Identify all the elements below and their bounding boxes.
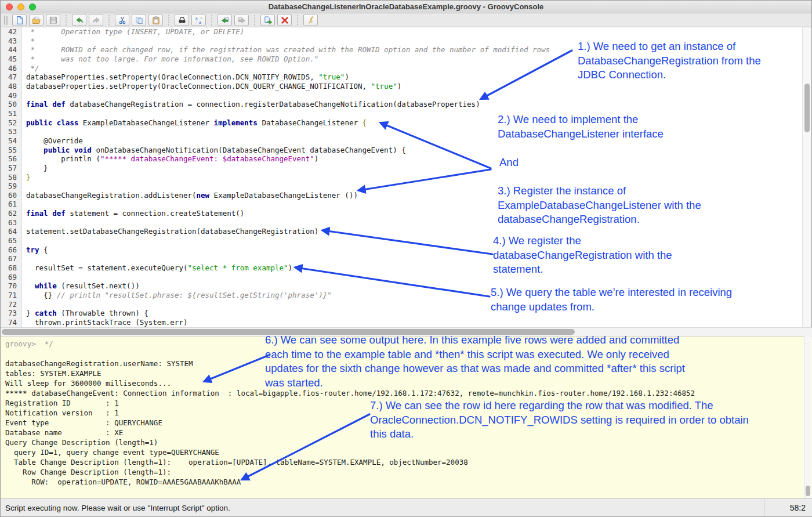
toolbar: ba: [1, 13, 811, 27]
code-line[interactable]: 50final def databaseChangeRegistration =…: [1, 100, 802, 109]
code-line[interactable]: 67: [1, 254, 802, 263]
line-number: 59: [1, 182, 21, 191]
find-button[interactable]: [175, 14, 189, 26]
annotation-note-5: 5.) We query the table we’re interested …: [491, 285, 732, 314]
line-number: 70: [1, 281, 21, 291]
redo-button[interactable]: [89, 14, 103, 26]
code-text: final def databaseChangeRegistration = c…: [21, 100, 480, 109]
line-number: 60: [1, 191, 21, 200]
code-line[interactable]: 74 thrown.printStackTrace (System.err): [1, 318, 802, 327]
code-text: * Operation type (INSERT, UPDATE, or DEL…: [21, 27, 244, 37]
output-vertical-scrollbar[interactable]: [804, 336, 811, 498]
code-line[interactable]: 68 resultSet = statement.executeQuery("s…: [1, 263, 802, 273]
code-line[interactable]: 57 }: [1, 164, 802, 173]
toolbar-separator: [66, 15, 67, 26]
line-number: 56: [1, 154, 21, 164]
line-number: 54: [1, 136, 21, 146]
toolbar-separator: [211, 15, 212, 26]
editor-vertical-scrollbar-thumb[interactable]: [804, 84, 810, 132]
redo-icon: [92, 16, 101, 25]
code-text: [21, 200, 26, 209]
history-next-icon: [237, 16, 246, 25]
interrupt-script-button[interactable]: [277, 14, 292, 26]
editor-vertical-scrollbar[interactable]: [802, 27, 811, 327]
execute-script-button[interactable]: [260, 14, 275, 26]
code-line[interactable]: 48databaseProperties.setProperty(OracleC…: [1, 82, 802, 91]
toolbar-drag-handle[interactable]: [4, 16, 8, 25]
code-text: databaseProperties.setProperty(OracleCon…: [21, 82, 401, 91]
line-number: 49: [1, 91, 21, 100]
code-text: databaseProperties.setProperty(OracleCon…: [21, 73, 349, 82]
line-number: 73: [1, 309, 21, 318]
replace-button[interactable]: ba: [191, 14, 206, 26]
code-line[interactable]: 42 * Operation type (INSERT, UPDATE, or …: [1, 27, 802, 37]
code-text: thrown.printStackTrace (System.err): [21, 318, 187, 327]
annotation-note-3: 3.) Register the instance of ExampleData…: [498, 184, 701, 227]
code-line[interactable]: 49: [1, 91, 802, 100]
groovy-console-window: DatabaseChangeListenerInOracleDatabaseEx…: [0, 0, 812, 517]
code-text: [21, 127, 26, 136]
save-file-icon: [49, 16, 58, 25]
code-line[interactable]: 51: [1, 109, 802, 118]
code-text: * was not too large. For more informatio…: [21, 55, 318, 64]
line-number: 52: [1, 118, 21, 128]
line-number: 61: [1, 200, 21, 209]
code-line[interactable]: 52public class ExampleDatabaseChangeList…: [1, 118, 802, 128]
code-text: statement.setDatabaseChangeRegistration(…: [21, 227, 318, 236]
line-number: 74: [1, 318, 21, 327]
code-line[interactable]: 56 println ("***** databaseChangeEvent: …: [1, 154, 802, 164]
output-vertical-scrollbar-thumb[interactable]: [806, 486, 810, 496]
line-number: 51: [1, 109, 21, 118]
annotation-note-2: 2.) We need to implement the DatabaseCha…: [498, 113, 664, 141]
copy-button[interactable]: [132, 14, 146, 26]
line-number: 57: [1, 164, 21, 173]
line-number: 55: [1, 146, 21, 155]
history-next-button[interactable]: [234, 14, 249, 26]
svg-text:a: a: [199, 19, 201, 24]
code-text: }: [21, 173, 31, 182]
line-number: 67: [1, 254, 21, 263]
new-file-icon: [15, 16, 24, 25]
code-text: *: [21, 37, 35, 46]
clear-output-icon: [306, 16, 316, 25]
code-line[interactable]: 66try {: [1, 245, 802, 255]
line-number: 42: [1, 27, 21, 37]
caret-position: 58:2: [764, 499, 812, 516]
code-text: */: [21, 64, 39, 73]
code-line[interactable]: 54 @Override: [1, 136, 802, 146]
undo-icon: [75, 16, 84, 25]
code-line[interactable]: 58}: [1, 173, 802, 182]
code-line[interactable]: 69: [1, 273, 802, 282]
line-number: 46: [1, 64, 21, 73]
code-line[interactable]: 53: [1, 127, 802, 136]
history-previous-button[interactable]: [217, 14, 232, 26]
window-title: DatabaseChangeListenerInOracleDatabaseEx…: [1, 2, 811, 11]
copy-icon: [135, 16, 144, 25]
code-line[interactable]: 65: [1, 236, 802, 245]
line-number: 44: [1, 45, 21, 55]
cut-button[interactable]: [115, 14, 129, 26]
line-number: 45: [1, 55, 21, 64]
save-file-button[interactable]: [46, 14, 60, 26]
new-file-button[interactable]: [12, 14, 27, 26]
undo-button[interactable]: [72, 14, 86, 26]
code-text: [21, 254, 26, 263]
open-file-icon: [32, 16, 41, 25]
code-text: [21, 218, 26, 227]
clear-output-button[interactable]: [303, 14, 318, 26]
toolbar-separator: [254, 15, 255, 26]
code-line[interactable]: 55 public void onDatabaseChangeNotificat…: [1, 146, 802, 155]
code-text: resultSet = statement.executeQuery("sele…: [21, 263, 292, 273]
svg-text:b: b: [195, 16, 198, 21]
paste-button[interactable]: [148, 14, 163, 26]
toolbar-separator: [168, 15, 169, 26]
code-line[interactable]: 64statement.setDatabaseChangeRegistratio…: [1, 227, 802, 236]
status-message: Script executing now. Please wait or use…: [1, 504, 230, 512]
line-number: 53: [1, 127, 21, 136]
open-file-button[interactable]: [29, 14, 44, 26]
line-number: 48: [1, 82, 21, 91]
code-text: try {: [21, 245, 48, 255]
code-text: {} // println "resultSet.phrase: ${resul…: [21, 291, 332, 300]
annotation-note-1: 1.) We need to get an instance of Databa…: [578, 39, 761, 82]
code-text: [21, 273, 26, 282]
